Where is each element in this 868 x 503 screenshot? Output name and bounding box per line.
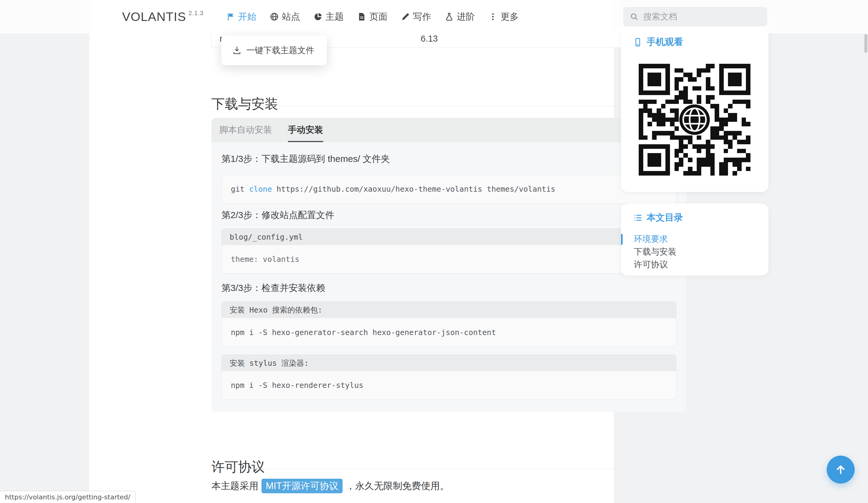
- code-text: git: [231, 185, 249, 194]
- flag-icon: [226, 12, 235, 21]
- nav-item-advanced[interactable]: 进阶: [445, 11, 475, 23]
- toc-item-license[interactable]: 许可协议: [634, 258, 676, 271]
- mobile-view-label: 手机观看: [647, 36, 683, 48]
- config-code-line: theme: volantis: [222, 245, 676, 273]
- flask-icon: [445, 12, 454, 21]
- toc-item-install[interactable]: 下载与安装: [634, 245, 676, 258]
- git-clone-code-block: git clone https://github.com/xaoxuu/hexo…: [221, 175, 676, 204]
- toc-title: 本文目录: [633, 212, 683, 224]
- main-nav: 开始 站点 主题 页面 写作 进阶 更多: [226, 0, 519, 33]
- config-code-block: blog/_config.yml YAML theme: volantis: [221, 228, 676, 274]
- tab-script-install[interactable]: 脚本自动安装: [211, 118, 280, 142]
- code-text: https://github.com/xaoxuu/hexo-theme-vol…: [272, 185, 555, 194]
- dep-search-code-line: npm i -S hexo-generator-search hexo-gene…: [222, 318, 676, 347]
- logo-text: VOLANTIS: [122, 10, 186, 24]
- section-title-install: 下载与安装: [211, 96, 278, 112]
- site-logo[interactable]: VOLANTIS 2.1.3: [122, 0, 204, 33]
- scrollbar-thumb[interactable]: [864, 34, 867, 53]
- qr-code: [639, 64, 751, 176]
- dep-search-header-text: 安装 Hexo 搜索的依赖包:: [230, 305, 322, 315]
- toc-title-label: 本文目录: [647, 212, 683, 224]
- mobile-view-card: 手机观看: [621, 17, 768, 192]
- file-icon: [357, 12, 366, 21]
- nav-label: 写作: [413, 11, 431, 23]
- dep-stylus-block-header: 安装 stylus 渲染器:: [222, 355, 676, 371]
- nav-label: 页面: [369, 11, 388, 23]
- section-title-license: 许可协议: [211, 459, 265, 475]
- code-keyword: clone: [249, 185, 272, 194]
- top-navbar: VOLANTIS 2.1.3 开始 站点 主题 页面 写作 进阶 更: [0, 0, 868, 33]
- toc-item-env[interactable]: 环境要求: [634, 233, 676, 245]
- install-tabs-card: 脚本自动安装 手动安装 第1/3步：下载主题源码到 themes/ 文件夹 gi…: [211, 118, 686, 412]
- toc-card: 本文目录 环境要求 下载与安装 许可协议: [621, 204, 768, 276]
- dots-vertical-icon: [488, 12, 497, 21]
- mobile-icon: [633, 38, 642, 47]
- search-input[interactable]: [643, 12, 758, 22]
- mobile-view-title: 手机观看: [633, 36, 683, 48]
- git-clone-code-line: git clone https://github.com/xaoxuu/hexo…: [222, 175, 676, 204]
- nav-item-site[interactable]: 站点: [270, 11, 300, 23]
- browser-status-bar: https://volantis.js.org/getting-started/: [0, 491, 135, 503]
- dependency-stylus-code-block: 安装 stylus 渲染器: npm i -S hexo-renderer-st…: [221, 355, 676, 400]
- license-paragraph: 本主题采用 MIT开源许可协议 ，永久无限制免费使用。: [211, 479, 449, 493]
- license-text-suffix: ，永久无限制免费使用。: [345, 480, 449, 492]
- install-tab-bar: 脚本自动安装 手动安装: [211, 118, 686, 142]
- search-icon: [630, 12, 638, 21]
- status-url: https://volantis.js.org/getting-started/: [5, 493, 130, 501]
- toc-active-indicator: [621, 234, 623, 245]
- config-filename: blog/_config.yml: [230, 233, 303, 242]
- globe-icon: [270, 12, 279, 21]
- nav-item-start[interactable]: 开始: [226, 11, 256, 23]
- step-2-title: 第2/3步：修改站点配置文件: [221, 209, 334, 221]
- section-divider: [211, 469, 686, 469]
- tab-manual-install[interactable]: 手动安装: [280, 118, 331, 142]
- step-3-title: 第3/3步：检查并安装依赖: [221, 282, 325, 294]
- config-block-header: blog/_config.yml YAML: [222, 229, 676, 245]
- nav-item-theme[interactable]: 主题: [313, 11, 344, 23]
- nav-item-more[interactable]: 更多: [488, 11, 519, 23]
- dep-search-block-header: 安装 Hexo 搜索的依赖包:: [222, 301, 676, 318]
- list-icon: [633, 213, 642, 222]
- nav-label: 主题: [326, 11, 344, 23]
- nav-label: 开始: [238, 11, 256, 23]
- dep-stylus-code-line: npm i -S hexo-renderer-stylus: [222, 371, 676, 399]
- pen-icon: [401, 12, 410, 21]
- nav-label: 站点: [282, 11, 300, 23]
- article-content: npm 6.13 下载与安装 脚本自动安装 手动安装 第1/3步：下载主题源码到…: [211, 0, 686, 503]
- dependency-search-code-block: 安装 Hexo 搜索的依赖包: npm i -S hexo-generator-…: [221, 301, 676, 347]
- pie-chart-icon: [313, 12, 322, 21]
- start-menu-dropdown: 一键下载主题文件: [221, 35, 327, 65]
- nav-item-pages[interactable]: 页面: [357, 11, 388, 23]
- download-icon: [232, 46, 241, 55]
- license-text-prefix: 本主题采用: [211, 480, 258, 492]
- dep-stylus-header-text: 安装 stylus 渲染器:: [230, 358, 309, 368]
- toc-list: 环境要求 下载与安装 许可协议: [634, 233, 676, 271]
- nav-item-writing[interactable]: 写作: [401, 11, 431, 23]
- version-badge: 2.1.3: [189, 10, 204, 17]
- search-box: [623, 7, 767, 27]
- nav-label: 更多: [500, 11, 519, 23]
- arrow-up-icon: [834, 463, 847, 476]
- nav-label: 进阶: [457, 11, 475, 23]
- mit-license-link[interactable]: MIT开源许可协议: [261, 479, 343, 493]
- step-1-title: 第1/3步：下载主题源码到 themes/ 文件夹: [221, 153, 390, 165]
- scroll-to-top-button[interactable]: [827, 455, 855, 484]
- download-theme-menu-item[interactable]: 一键下载主题文件: [246, 45, 314, 56]
